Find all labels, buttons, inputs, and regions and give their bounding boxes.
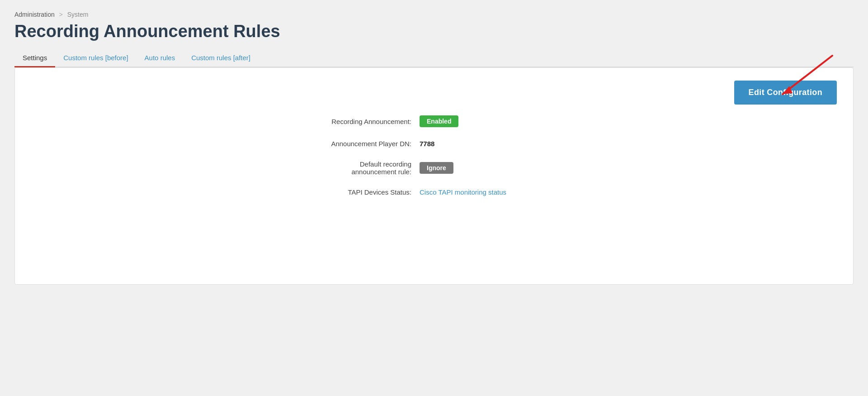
tapi-devices-status-label: TAPI Devices Status: bbox=[303, 188, 411, 196]
tab-custom-rules-before[interactable]: Custom rules [before] bbox=[55, 49, 136, 67]
announcement-player-dn-label: Announcement Player DN: bbox=[303, 140, 411, 148]
edit-configuration-button[interactable]: Edit Configuration bbox=[734, 81, 837, 105]
tab-auto-rules[interactable]: Auto rules bbox=[137, 49, 184, 67]
fields-section: Recording Announcement: Enabled Announce… bbox=[276, 115, 592, 196]
breadcrumb: Administration > System bbox=[14, 11, 854, 18]
recording-announcement-row: Recording Announcement: Enabled bbox=[303, 115, 592, 127]
tapi-devices-status-row: TAPI Devices Status: Cisco TAPI monitori… bbox=[303, 188, 592, 196]
breadcrumb-admin: Administration bbox=[14, 11, 55, 18]
default-recording-rule-label: Default recordingannouncement rule: bbox=[303, 160, 411, 176]
tapi-monitoring-link[interactable]: Cisco TAPI monitoring status bbox=[420, 188, 506, 196]
edit-btn-row: Edit Configuration bbox=[31, 81, 837, 105]
tabs-bar: Settings Custom rules [before] Auto rule… bbox=[14, 49, 854, 67]
announcement-player-dn-value: 7788 bbox=[420, 140, 434, 148]
tab-settings[interactable]: Settings bbox=[14, 49, 55, 67]
breadcrumb-current: System bbox=[67, 11, 89, 18]
announcement-player-dn-row: Announcement Player DN: 7788 bbox=[303, 140, 592, 148]
default-recording-rule-row: Default recordingannouncement rule: Igno… bbox=[303, 160, 592, 176]
page-title: Recording Announcement Rules bbox=[14, 22, 854, 41]
content-card: Edit Configuration Recording Announcemen… bbox=[14, 67, 854, 285]
recording-announcement-badge: Enabled bbox=[420, 115, 458, 127]
tab-custom-rules-after[interactable]: Custom rules [after] bbox=[183, 49, 259, 67]
recording-announcement-label: Recording Announcement: bbox=[303, 118, 411, 125]
breadcrumb-separator: > bbox=[59, 11, 63, 18]
default-recording-rule-badge: Ignore bbox=[420, 162, 453, 174]
